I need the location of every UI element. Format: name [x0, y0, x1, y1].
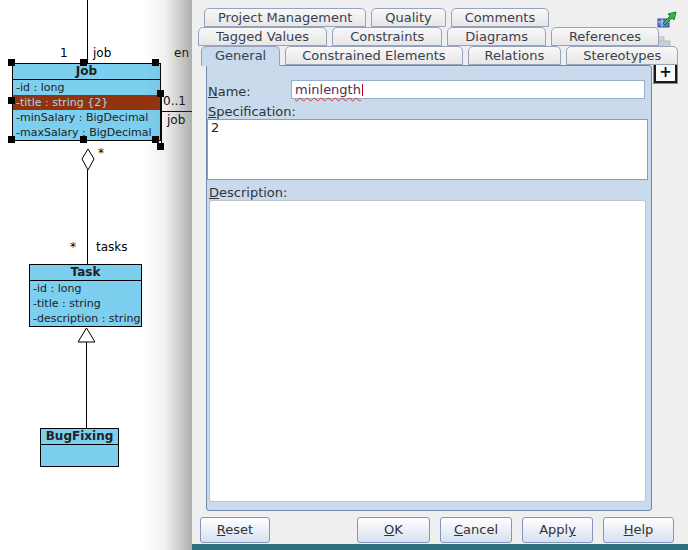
ok-button[interactable]: OK — [357, 517, 430, 543]
tab-quality[interactable]: Quality — [371, 8, 445, 27]
tab-row-1: Project Management Quality Comments — [204, 8, 554, 27]
class-task[interactable]: Task -id : long -title : string -descrip… — [29, 264, 142, 327]
selection-handle[interactable] — [157, 90, 164, 97]
class-job[interactable]: Job -id : long -title : string {2} -minS… — [12, 63, 161, 141]
tab-tagged-values[interactable]: Tagged Values — [198, 27, 327, 46]
selection-handle[interactable] — [157, 143, 164, 150]
specification-textarea[interactable]: 2 — [207, 119, 648, 180]
role-label[interactable]: job — [93, 46, 111, 60]
tab-relations[interactable]: Relations — [468, 46, 562, 65]
reset-button[interactable]: Reset — [200, 517, 270, 543]
multiplicity-label[interactable]: 0..1 — [163, 94, 186, 108]
aggregation-line[interactable] — [87, 170, 88, 264]
role-label[interactable]: tasks — [96, 240, 128, 254]
selection-handle[interactable] — [8, 97, 15, 104]
task-attribute-title[interactable]: -title : string — [30, 296, 141, 311]
association-line-top[interactable] — [87, 0, 88, 63]
reset-rest: eset — [225, 522, 253, 537]
tab-references[interactable]: References — [551, 27, 659, 46]
tab-constraints[interactable]: Constraints — [332, 27, 442, 46]
cancel-mnemonic: C — [454, 522, 463, 537]
apply-button[interactable]: Apply — [522, 517, 593, 543]
task-attribute-id[interactable]: -id : long — [30, 281, 141, 296]
name-label-rest: ame: — [218, 84, 251, 99]
job-attribute-id[interactable]: -id : long — [13, 80, 160, 95]
tab-row-2: Tagged Values Constraints Diagrams Refer… — [198, 27, 664, 46]
tab-project-management[interactable]: Project Management — [204, 8, 366, 27]
role-label[interactable]: job — [167, 113, 185, 127]
name-value: minlength — [295, 82, 361, 97]
cancel-rest: ancel — [463, 522, 498, 537]
properties-panel: Project Management Quality Comments Tagg… — [192, 0, 688, 550]
selection-handle[interactable] — [152, 59, 159, 66]
tab-general[interactable]: General — [201, 46, 280, 66]
text-caret — [362, 84, 363, 96]
help-mnemonic: H — [624, 522, 634, 537]
name-input[interactable]: minlength — [291, 80, 645, 99]
task-attribute-description[interactable]: -description : string — [30, 311, 141, 326]
expand-plus-button[interactable]: + — [654, 63, 677, 83]
name-label: Name: — [208, 84, 251, 99]
specification-label-rest: pecification: — [216, 104, 296, 119]
job-attribute-title-selected[interactable]: -title : string {2} — [13, 95, 160, 110]
name-label-mnemonic: N — [208, 84, 218, 99]
argouml-window: 1 job en Job -id : long -title : string … — [0, 0, 688, 550]
description-label-rest: escription: — [219, 185, 287, 200]
multiplicity-label[interactable]: 1 — [60, 46, 68, 60]
help-button[interactable]: Help — [603, 517, 674, 543]
selection-handle[interactable] — [80, 136, 87, 143]
selection-handle[interactable] — [8, 59, 15, 66]
status-bar — [192, 544, 688, 550]
selection-handle[interactable] — [80, 59, 87, 66]
description-textarea[interactable] — [209, 200, 646, 502]
apply-pre: Appl — [539, 522, 568, 537]
class-bugfixing-body[interactable] — [41, 445, 118, 466]
specification-label: Specification: — [208, 104, 296, 119]
ok-rest: K — [394, 522, 403, 537]
general-tab-panel: Name: minlength Specification: 2 Descrip… — [206, 65, 652, 511]
class-bugfixing-name[interactable]: BugFixing — [41, 429, 118, 445]
hidden-class-edge[interactable] — [161, 93, 162, 147]
selection-handle[interactable] — [8, 136, 15, 143]
multiplicity-label[interactable]: * — [98, 146, 104, 160]
tab-comments[interactable]: Comments — [451, 8, 549, 27]
description-label-mnemonic: D — [209, 185, 219, 200]
job-attribute-minsalary[interactable]: -minSalary : BigDecimal — [13, 110, 160, 125]
reset-mnemonic: R — [217, 522, 225, 537]
description-label: Description: — [209, 185, 287, 200]
class-diagram-canvas[interactable]: 1 job en Job -id : long -title : string … — [0, 0, 192, 550]
class-job-name[interactable]: Job — [13, 64, 160, 80]
hidden-class-separator — [161, 111, 192, 112]
help-rest: elp — [633, 522, 653, 537]
generalization-line[interactable] — [86, 342, 87, 428]
ok-mnemonic: O — [384, 522, 394, 537]
generalization-triangle-icon[interactable] — [77, 327, 96, 343]
tab-stereotypes[interactable]: Stereotypes — [566, 46, 678, 65]
tab-row-3: General Constrained Elements Relations S… — [201, 46, 683, 66]
tab-diagrams[interactable]: Diagrams — [447, 27, 546, 46]
aggregation-diamond-icon[interactable] — [81, 148, 95, 171]
multiplicity-label[interactable]: * — [70, 240, 76, 254]
class-task-name[interactable]: Task — [30, 265, 141, 281]
class-bugfixing[interactable]: BugFixing — [40, 428, 119, 467]
tab-constrained-elements[interactable]: Constrained Elements — [285, 46, 462, 65]
clipped-role-label: en — [174, 46, 189, 60]
selection-handle[interactable] — [152, 136, 159, 143]
cancel-button[interactable]: Cancel — [440, 517, 512, 543]
apply-mnemonic: y — [568, 522, 576, 537]
